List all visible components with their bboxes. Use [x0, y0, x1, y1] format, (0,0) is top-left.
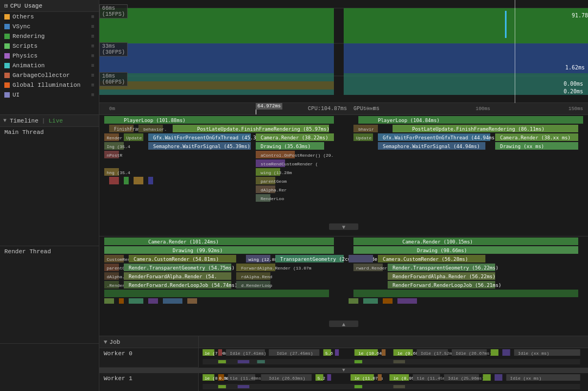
svg-text:dAlpha.Rer: dAlpha.Rer [261, 188, 287, 193]
svg-text:bhavir: bhavir [358, 127, 374, 132]
svg-rect-158 [491, 349, 498, 356]
svg-text:Render.TransparentGeometry (56: Render.TransparentGeometry (56.22ms) [393, 265, 498, 271]
svg-text:tle (11.48ms): tle (11.48ms) [230, 376, 263, 381]
legend-menu-ui[interactable]: ≡ [91, 92, 94, 98]
svg-rect-194 [238, 385, 250, 388]
legend-menu-others[interactable]: ≡ [91, 14, 94, 20]
legend-color-physics [4, 53, 10, 59]
svg-rect-151 [382, 349, 385, 356]
scroll-down-arrow[interactable]: ▼ [99, 368, 588, 373]
svg-text:RenderForwardAlpha.Render (56.: RenderForwardAlpha.Render (56.22ms) [393, 274, 496, 279]
fps-15: 66ms (15FPS) [99, 4, 128, 18]
worker-1-row: Worker 1 le (8.81m 0.52 tle (11.48ms) Id… [99, 373, 588, 391]
timeline-right: CPU:104.87ms GPU:--ms 0m 64.972ms 50ms 1… [99, 103, 588, 115]
svg-text:aControl.OnPostRender() (29.: aControl.OnPostRender() (29. [261, 153, 333, 158]
legend-menu-animation[interactable]: ≡ [91, 63, 94, 69]
svg-text:Idle (26.67ms): Idle (26.67ms) [456, 351, 492, 356]
svg-rect-133 [349, 298, 358, 304]
svg-rect-131 [163, 298, 182, 304]
main-thread-tracks: PlayerLoop (101.88ms) PlayerLoop (104.84… [99, 115, 588, 234]
cpu-header: ⊞ CPU Usage [0, 0, 99, 12]
job-header-row: ▼ Job [99, 336, 588, 348]
svg-rect-8 [344, 43, 588, 73]
timeline-dropdown-icon[interactable]: ▼ [3, 118, 7, 124]
fps-60: 16ms (60FPS) [99, 72, 128, 86]
cpu-header-title: CPU Usage [10, 3, 42, 9]
legend-label-vsync: VSync [12, 23, 30, 30]
timeline-ruler-row: CPU:104.87ms GPU:--ms 0m 64.972ms 50ms 1… [99, 103, 588, 115]
svg-rect-192 [203, 384, 580, 389]
legend-item-vsync: VSync ≡ [0, 22, 99, 31]
svg-rect-7 [344, 8, 588, 43]
left-panel: ⊞ CPU Usage Others ≡ VSync ≡ [0, 0, 99, 391]
ruler-150: 150ms [568, 106, 583, 112]
svg-text:5.2: 5.2 [318, 376, 326, 381]
svg-text:RenderLoo: RenderLoo [261, 196, 284, 201]
legend-menu-vsync[interactable]: ≡ [91, 24, 94, 30]
svg-text:Camera.Render (101.24ms): Camera.Render (101.24ms) [148, 239, 219, 245]
legend-menu-global illumination[interactable]: ≡ [91, 82, 94, 88]
legend-color-others [4, 14, 10, 20]
legend-color-global illumination [4, 82, 10, 88]
svg-text:0.00ms: 0.00ms [564, 81, 583, 87]
svg-rect-132 [187, 298, 197, 304]
cpu-overview-graph: 0.14ms 91.78ms 1.62ms 11.14ms 0.00ms 0.9… [99, 0, 588, 103]
svg-text:Drawing (98.66ms): Drawing (98.66ms) [417, 248, 467, 253]
svg-rect-126 [353, 290, 578, 297]
svg-text:nPostR: nPostR [107, 153, 123, 158]
svg-rect-71 [148, 177, 153, 184]
timeline-mode: Live [48, 118, 62, 124]
legend-color-ui [4, 92, 10, 98]
threads-scroll[interactable]: PlayerLoop (101.88ms) PlayerLoop (104.84… [99, 115, 588, 391]
legend-item-scripts: Scripts ≡ [0, 41, 99, 51]
svg-rect-195 [355, 385, 362, 388]
svg-rect-125 [104, 290, 329, 297]
svg-rect-11 [505, 11, 507, 38]
svg-text:Render.TransparentGeometry (54: Render.TransparentGeometry (54.75ms) [129, 265, 235, 271]
svg-text:RenderForward.RenderLoopJob (5: RenderForward.RenderLoopJob (54.74ms) [129, 283, 237, 288]
svg-text:Camera.Render (100.15ms): Camera.Render (100.15ms) [402, 239, 473, 245]
svg-text:Idle (xx ms): Idle (xx ms) [510, 376, 542, 381]
legend-menu-garbagecollector[interactable]: ≡ [91, 73, 94, 79]
job-header-right [199, 336, 588, 348]
legend-item-global illumination: Global Illumination ≡ [0, 80, 99, 90]
svg-rect-164 [238, 360, 250, 363]
legend-menu-rendering[interactable]: ≡ [91, 34, 94, 40]
svg-rect-166 [355, 360, 362, 363]
svg-rect-80 [104, 238, 334, 245]
svg-rect-181 [378, 374, 382, 381]
legend-item-rendering: Rendering ≡ [0, 31, 99, 41]
worker-1-svg: le (8.81m 0.52 tle (11.48ms) Idle (26.63… [199, 373, 588, 391]
svg-rect-136 [397, 298, 417, 304]
job-dropdown[interactable]: ▼ [104, 339, 108, 345]
svg-text:wing (13.28m: wing (13.28m [261, 170, 292, 175]
svg-rect-6 [99, 81, 334, 89]
legend-menu-scripts[interactable]: ≡ [91, 43, 94, 49]
svg-text:PostLateUpdate.FinishFrameRend: PostLateUpdate.FinishFrameRendering (85.… [197, 126, 330, 132]
svg-text:RenderForward.RenderLoopJob (5: RenderForward.RenderLoopJob (56.21ms) [393, 283, 501, 288]
svg-rect-3 [99, 8, 334, 43]
ruler-50: 50ms [363, 106, 375, 112]
main-thread-label: Main Thread [4, 129, 44, 136]
svg-text:Gfx.WaitForPresentOnGfxThread : Gfx.WaitForPresentOnGfxThread (45.39ms) [153, 135, 268, 140]
svg-text:Drawing (99.92ms): Drawing (99.92ms) [173, 248, 223, 253]
legend-item-others: Others ≡ [0, 12, 99, 22]
svg-text:Camera.Render (38.xx ms): Camera.Render (38.xx ms) [500, 135, 571, 140]
legend-label-scripts: Scripts [12, 43, 37, 49]
svg-rect-68 [109, 177, 119, 184]
legend-item-physics: Physics ≡ [0, 51, 99, 61]
svg-rect-141 [218, 349, 222, 356]
svg-text:▼: ▼ [342, 224, 345, 230]
svg-text:rdAlpha.Rend: rdAlpha.Rend [241, 274, 273, 279]
ruler-marks-container: 0m 64.972ms 50ms 100ms 150ms [99, 103, 588, 114]
svg-text:Idle (17.52ms): Idle (17.52ms) [421, 351, 457, 356]
legend-color-animation [4, 63, 10, 68]
legend-label-garbagecollector: GarbageCollector [12, 72, 70, 79]
svg-text:ForwardAlpha.Render (13.07m: ForwardAlpha.Render (13.07m [241, 266, 312, 271]
legend-menu-physics[interactable]: ≡ [91, 53, 94, 59]
svg-text:wing (12.88: wing (12.88 [249, 257, 277, 262]
legend-item-animation: Animation ≡ [0, 61, 99, 70]
ruler-100: 100ms [476, 106, 490, 112]
timeline-label-row: ▼ Timeline | Live [0, 115, 99, 127]
svg-rect-193 [218, 385, 226, 388]
